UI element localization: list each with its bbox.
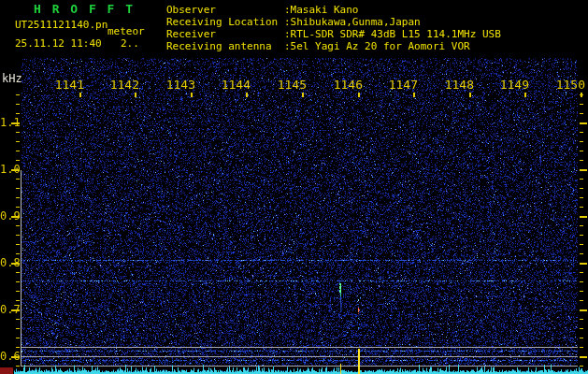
location-label: Receiving Location [166, 16, 278, 28]
filename-label: UT2511121140.pn [15, 19, 108, 31]
y-tick-label: 0.7 [0, 303, 21, 316]
x-tick-label: 1141 [47, 79, 84, 92]
y-tick-label: 1.0 [0, 163, 21, 176]
receiver-value: :RTL-SDR SDR# 43dB L15 114.1MHz USB [284, 28, 501, 40]
observer-label: Observer [166, 4, 216, 16]
x-tick-label: 1150 [548, 79, 585, 92]
meteor-count: 2.. [121, 37, 139, 50]
antenna-label: Receiving antenna [166, 40, 272, 52]
khz-unit-label: kHz [2, 73, 22, 85]
y-tick-label: 1.1 [0, 116, 21, 129]
x-tick-label: 1145 [269, 79, 307, 92]
x-tick-label: 1148 [437, 79, 474, 92]
spectrogram-canvas [0, 0, 588, 374]
y-tick-label: 0.6 [0, 350, 21, 363]
x-tick-label: 1142 [102, 79, 139, 92]
y-tick-label: 0.8 [0, 256, 21, 269]
observer-value: :Masaki Kano [284, 4, 358, 16]
x-tick-label: 1146 [325, 79, 363, 92]
x-tick-label: 1147 [380, 79, 418, 92]
app-title: H R O F F T [34, 3, 135, 15]
x-tick-label: 1144 [213, 79, 251, 92]
location-value: :Shibukawa,Gunma,Japan [284, 16, 421, 28]
x-tick-label: 1143 [158, 79, 195, 92]
hrofft-output: H R O F F T UT2511121140.pn meteor 25.11… [0, 0, 588, 374]
antenna-value: :5el Yagi Az 20 for Aomori VOR [284, 40, 470, 52]
receiver-label: Receiver [166, 28, 216, 40]
mode-label: meteor [108, 25, 145, 37]
x-tick-label: 1149 [492, 79, 529, 92]
datetime-label: 25.11.12 11:40 [15, 37, 102, 50]
y-tick-label: 0.9 [0, 209, 21, 223]
